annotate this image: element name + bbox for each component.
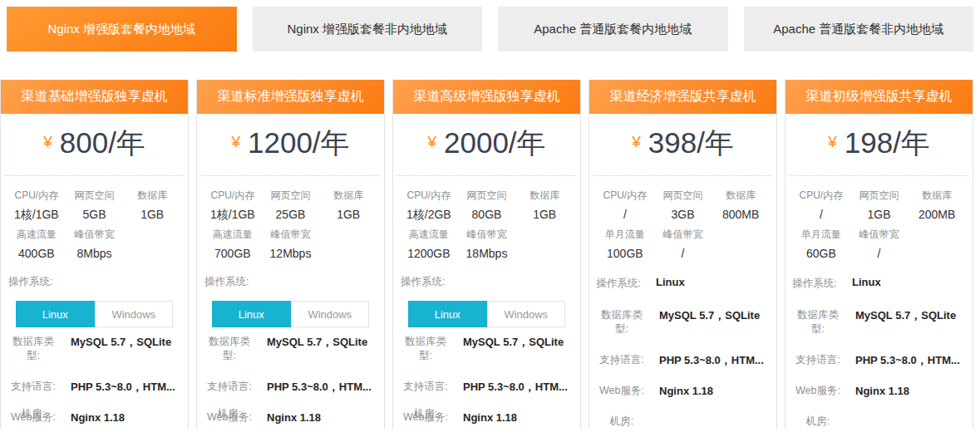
plan-card: 渠道高级增强版独享虚机 ¥2000/年 CPU/内存 1核/2GB 网页空间 8… (392, 80, 581, 429)
detail-label: 支持语言: (598, 353, 646, 367)
os-area: 操作系统: Linux (589, 275, 776, 292)
detail-label: 数据库类型: (205, 335, 254, 363)
tab-2[interactable]: Apache 普通版套餐内地地域 (498, 7, 728, 52)
spec-value: 1GB (515, 204, 574, 226)
specs-row-2: 高速流量 400GB 峰值带宽 8Mbps (7, 226, 181, 265)
detail-row: 支持语言: PHP 5.3~8.0，HTM... (200, 380, 381, 394)
tab-0[interactable]: Nginx 增强版套餐内地地域 (7, 7, 237, 52)
spec-value: 80GB (458, 204, 516, 226)
detail-row: 数据库类型: MySQL 5.7，SQLite (200, 335, 381, 363)
plan-card: 渠道经济增强版共享虚机 ¥398/年 CPU/内存 / 网页空间 3GB 数据库… (588, 80, 777, 429)
spec-label: 网页空间 (66, 187, 124, 204)
specs-row-2: 高速流量 1200GB 峰值带宽 18Mbps (400, 226, 574, 265)
detail-row: 机房: (789, 415, 969, 429)
detail-row: 机房: (593, 415, 773, 429)
tab-1[interactable]: Nginx 增强版套餐非内地地域 (253, 7, 483, 52)
price-currency: ¥ (427, 133, 436, 150)
detail-value: Nginx 1.18 (855, 384, 909, 398)
price-block: ¥800/年 (5, 114, 184, 176)
spec-label: 峰值带宽 (850, 226, 909, 243)
spec-cell: 高速流量 400GB (7, 226, 66, 265)
price-suffix: /年 (509, 126, 546, 159)
price-amount: 2000 (444, 126, 509, 159)
spec-label: CPU/内存 (204, 187, 262, 204)
spec-value: / (654, 243, 712, 265)
spec-value: 3GB (654, 204, 712, 226)
detail-label: 支持语言: (401, 380, 450, 394)
specs-row-1: CPU/内存 1核/2GB 网页空间 80GB 数据库 1GB (400, 187, 574, 226)
spec-label: CPU/内存 (400, 187, 458, 204)
price-amount: 198 (845, 126, 893, 159)
plan-header: 渠道初级增强版共享虚机 (785, 80, 973, 114)
plan-title: 渠道经济增强版共享虚机 (610, 88, 756, 106)
price-block: ¥2000/年 (397, 114, 576, 176)
spec-cell: 单月流量 60GB (792, 226, 850, 265)
spec-cell: 峰值带宽 12Mbps (262, 226, 320, 265)
plan-card: 渠道基础增强版独享虚机 ¥800/年 CPU/内存 1核/1GB 网页空间 5G… (0, 80, 189, 429)
spec-label: CPU/内存 (596, 187, 654, 204)
specs: CPU/内存 1核/1GB 网页空间 5GB 数据库 1GB 高速流量 400G… (1, 176, 188, 265)
spec-cell: 数据库 1GB (515, 187, 574, 226)
spec-label: 单月流量 (596, 226, 654, 243)
price-currency: ¥ (632, 133, 641, 150)
plans-row: 渠道基础增强版独享虚机 ¥800/年 CPU/内存 1核/1GB 网页空间 5G… (0, 80, 973, 429)
plan-header: 渠道高级增强版独享虚机 (393, 80, 580, 114)
os-button-linux[interactable]: Linux (408, 301, 487, 327)
os-button-linux[interactable]: Linux (16, 301, 95, 327)
os-label: 操作系统: (197, 273, 384, 290)
spec-cell: 峰值带宽 / (654, 226, 712, 265)
price-amount: 398 (648, 126, 697, 159)
detail-row: 数据库类型: MySQL 5.7，SQLite (789, 308, 969, 336)
os-button-windows[interactable]: Windows (291, 301, 370, 327)
spec-value: / (596, 204, 654, 226)
spec-cell: CPU/内存 1核/2GB (400, 187, 458, 226)
price-block: ¥198/年 (790, 114, 968, 176)
spec-value: 1200GB (400, 243, 458, 265)
spec-label: CPU/内存 (792, 187, 850, 204)
os-button-windows[interactable]: Windows (487, 301, 566, 327)
detail-list: 数据库类型: MySQL 5.7，SQLite 支持语言: PHP 5.3~8.… (197, 335, 384, 421)
spec-cell: CPU/内存 1核/1GB (204, 187, 262, 226)
detail-label: 支持语言: (205, 380, 254, 394)
detail-row: 数据库类型: MySQL 5.7，SQLite (4, 335, 185, 363)
os-button-linux[interactable]: Linux (212, 301, 291, 327)
spec-cell: 高速流量 700GB (204, 226, 262, 265)
detail-value: PHP 5.3~8.0，HTM... (855, 353, 960, 367)
spec-value: / (850, 243, 909, 265)
os-area: 操作系统: LinuxWindows (197, 273, 384, 327)
specs-row-1: CPU/内存 / 网页空间 1GB 数据库 200MB (792, 187, 966, 226)
detail-value: Nginx 1.18 (659, 384, 713, 398)
os-area: 操作系统: Linux (785, 275, 973, 292)
detail-label: 支持语言: (9, 380, 57, 394)
spec-cell: CPU/内存 / (792, 187, 850, 226)
detail-row: 支持语言: PHP 5.3~8.0，HTM... (4, 380, 185, 394)
detail-label: 数据库类型: (794, 308, 842, 336)
detail-label: Web服务: (598, 384, 646, 398)
spec-value: 800MB (712, 204, 770, 226)
os-button-windows[interactable]: Windows (95, 301, 174, 327)
spec-label: 数据库 (515, 187, 574, 204)
spec-cell: CPU/内存 / (596, 187, 654, 226)
specs-row-1: CPU/内存 / 网页空间 3GB 数据库 800MB (596, 187, 770, 226)
spec-label: 数据库 (319, 187, 377, 204)
specs-row-2: 单月流量 60GB 峰值带宽 / (792, 226, 966, 265)
spec-value: 1GB (319, 204, 377, 226)
detail-list: 数据库类型: MySQL 5.7，SQLite 支持语言: PHP 5.3~8.… (785, 308, 973, 429)
spec-cell: 网页空间 5GB (66, 187, 124, 226)
os-area: 操作系统: LinuxWindows (393, 273, 580, 327)
detail-row: 支持语言: PHP 5.3~8.0，HTM... (396, 380, 577, 394)
os-area: 操作系统: LinuxWindows (1, 273, 188, 327)
specs-row-1: CPU/内存 1核/1GB 网页空间 25GB 数据库 1GB (204, 187, 377, 226)
spec-cell: 网页空间 3GB (654, 187, 712, 226)
detail-row: 数据库类型: MySQL 5.7，SQLite (593, 308, 773, 336)
price-amount: 800 (60, 126, 108, 159)
spec-label: 数据库 (908, 187, 966, 204)
detail-value: PHP 5.3~8.0，HTM... (463, 380, 568, 394)
detail-label: 支持语言: (794, 353, 842, 367)
spec-cell: 数据库 1GB (319, 187, 377, 226)
detail-label: 数据库类型: (401, 335, 450, 363)
tab-3[interactable]: Apache 普通版套餐非内地地域 (744, 7, 974, 52)
spec-label: 单月流量 (792, 226, 850, 243)
spec-cell: 数据库 1GB (123, 187, 181, 226)
detail-value: MySQL 5.7，SQLite (267, 335, 367, 349)
